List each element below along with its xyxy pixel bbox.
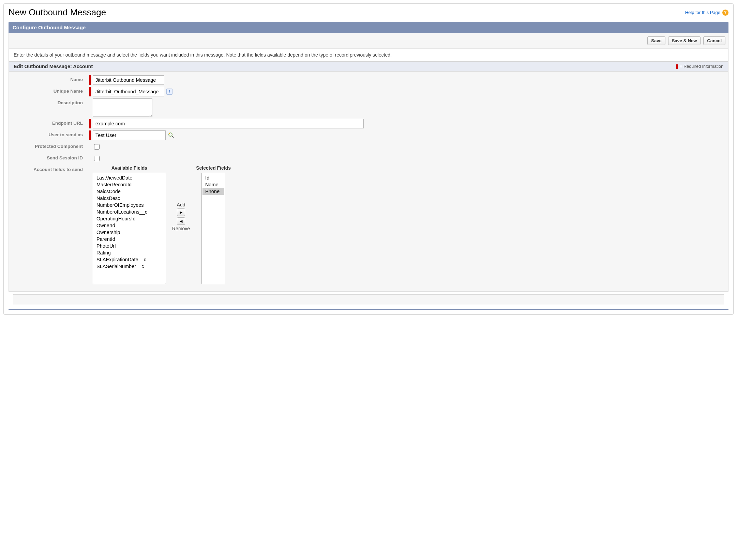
list-item[interactable]: Phone — [202, 188, 224, 195]
help-link[interactable]: Help for this Page — [685, 10, 720, 15]
list-item[interactable]: NumberofLocations__c — [94, 208, 165, 215]
panel: Save Save & New Cancel Enter the details… — [9, 33, 728, 292]
name-input[interactable] — [93, 75, 164, 85]
list-item[interactable]: Id — [202, 174, 224, 181]
list-item[interactable]: Rating — [94, 249, 165, 256]
form-area: Name Unique Name i Description — [9, 72, 728, 291]
session-label: Send Session ID — [9, 154, 89, 160]
unique-name-input[interactable] — [93, 87, 164, 96]
add-button[interactable]: ▶ — [177, 208, 185, 216]
selected-fields-select[interactable]: IdNamePhone — [201, 173, 225, 284]
cancel-button[interactable]: Cancel — [703, 36, 725, 45]
protected-checkbox[interactable] — [94, 144, 100, 150]
list-item[interactable]: MasterRecordId — [94, 181, 165, 188]
list-item[interactable]: SLASerialNumber__c — [94, 263, 165, 270]
required-bar-icon — [89, 119, 91, 128]
required-info: = Required Information — [676, 64, 723, 69]
save-button[interactable]: Save — [647, 36, 665, 45]
add-label: Add — [177, 202, 185, 207]
list-item[interactable]: Ownership — [94, 229, 165, 236]
list-item[interactable]: ParentId — [94, 236, 165, 243]
required-bar-icon — [89, 75, 91, 85]
required-bar-icon — [89, 87, 91, 96]
list-item[interactable]: SLAExpirationDate__c — [94, 256, 165, 263]
save-new-button[interactable]: Save & New — [668, 36, 701, 45]
footer-area — [13, 294, 724, 305]
help-icon[interactable]: ? — [722, 10, 728, 16]
remove-label: Remove — [172, 226, 190, 231]
svg-rect-2 — [169, 133, 170, 134]
endpoint-input[interactable] — [93, 119, 364, 128]
edit-title: Edit Outbound Message: Account — [14, 64, 93, 69]
list-item[interactable]: NumberOfEmployees — [94, 202, 165, 208]
list-item[interactable]: OperatingHoursId — [94, 215, 165, 222]
user-label: User to send as — [9, 130, 89, 137]
dual-list: Available Fields LastViewedDateMasterRec… — [93, 165, 231, 284]
list-item[interactable]: Name — [202, 181, 224, 188]
required-bar-icon — [89, 130, 91, 140]
remove-button[interactable]: ◀ — [177, 217, 185, 225]
page-container: New Outbound Message Help for this Page … — [3, 3, 734, 315]
endpoint-label: Endpoint URL — [9, 119, 89, 126]
list-item[interactable]: NaicsDesc — [94, 195, 165, 202]
description-textarea[interactable] — [93, 98, 152, 117]
instructions: Enter the details of your outbound messa… — [9, 48, 728, 61]
info-icon[interactable]: i — [166, 89, 172, 95]
user-input[interactable] — [93, 130, 166, 140]
list-item[interactable]: NaicsCode — [94, 188, 165, 195]
button-row: Save Save & New Cancel — [9, 33, 728, 48]
list-item[interactable]: LastViewedDate — [94, 174, 165, 181]
unique-name-label: Unique Name — [9, 87, 89, 94]
required-text: = Required Information — [680, 64, 723, 69]
svg-line-1 — [172, 136, 174, 138]
selected-title: Selected Fields — [196, 165, 231, 171]
name-label: Name — [9, 75, 89, 82]
page-title: New Outbound Message — [9, 7, 106, 18]
lookup-icon[interactable] — [168, 132, 175, 139]
fields-label: Account fields to send — [9, 165, 89, 172]
available-fields-select[interactable]: LastViewedDateMasterRecordIdNaicsCodeNai… — [93, 173, 166, 284]
description-label: Description — [9, 98, 89, 105]
session-checkbox[interactable] — [94, 156, 100, 161]
protected-label: Protected Component — [9, 142, 89, 149]
required-marker-icon — [676, 64, 678, 69]
edit-bar: Edit Outbound Message: Account = Require… — [9, 61, 728, 72]
list-item[interactable]: OwnerId — [94, 222, 165, 229]
header-row: New Outbound Message Help for this Page … — [4, 4, 733, 20]
available-title: Available Fields — [111, 165, 147, 171]
section-bar: Configure Outbound Message — [9, 22, 728, 33]
list-item[interactable]: PhotoUrl — [94, 243, 165, 249]
